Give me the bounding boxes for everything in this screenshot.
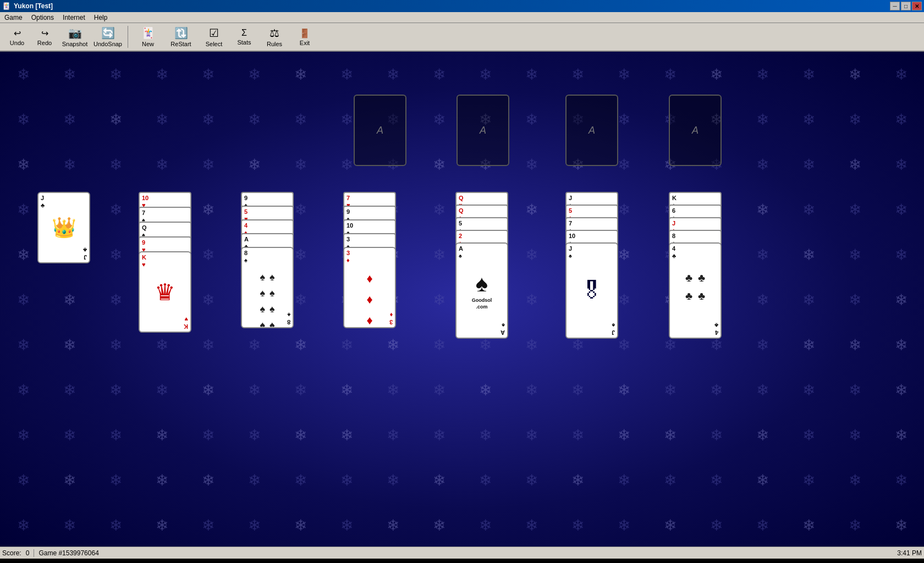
card-pips: ♠♠♠♠♠♠♠♠ (260, 272, 274, 328)
restart-button[interactable]: 🔃 ReStart (166, 24, 196, 49)
close-button[interactable]: ✕ (912, 2, 922, 10)
snowflake-cell: ❄ (647, 367, 693, 412)
snowflake-cell: ❄ (185, 322, 231, 367)
undo-button[interactable]: ↩ Undo (4, 24, 30, 49)
snowflake-cell: ❄ (277, 52, 323, 97)
stats-icon: Σ (241, 28, 247, 38)
redo-button[interactable]: ↪ Redo (32, 24, 57, 49)
snowflake-cell: ❄ (139, 367, 185, 412)
snowflake-cell: ❄ (832, 97, 878, 142)
game-area[interactable]: ❄❄❄❄❄❄❄❄❄❄❄❄❄❄❄❄❄❄❄❄❄❄❄❄❄❄❄❄❄❄❄❄❄❄❄❄❄❄❄❄… (0, 52, 924, 547)
card-8s-col3[interactable]: 8♠ ♠♠♠♠♠♠♠♠ 8♠ (241, 247, 294, 328)
snowflake-cell: ❄ (832, 187, 878, 232)
toolbar: ↩ Undo ↪ Redo 📷 Snapshot 🔄 UndoSnap 🃏 Ne… (0, 23, 924, 52)
foundation-slot-4[interactable] (669, 95, 722, 166)
snowflake-cell: ❄ (508, 503, 554, 547)
snowflake-cell: ❄ (508, 412, 554, 457)
card-rank-top: 4♣ (672, 245, 676, 260)
snowflake-cell: ❄ (185, 232, 231, 277)
card-rank-bottom: 4♣ (714, 322, 718, 336)
snowflake-cell: ❄ (508, 457, 554, 503)
snowflake-cell: ❄ (46, 52, 92, 97)
snowflake-cell: ❄ (601, 457, 647, 503)
card-pips: ♦♦♦ (366, 272, 372, 328)
snowflake-cell: ❄ (277, 142, 323, 187)
status-separator (34, 549, 34, 557)
menu-help[interactable]: Help (90, 13, 112, 23)
snapshot-label: Snapshot (62, 41, 87, 47)
snowflake-cell: ❄ (0, 457, 46, 503)
snowflake-cell: ❄ (739, 457, 785, 503)
card-jc[interactable]: J♣ 👑 J♣ (37, 192, 90, 263)
menu-internet[interactable]: Internet (58, 13, 90, 23)
snowflake-cell: ❄ (416, 503, 462, 547)
undosnap-icon: 🔄 (101, 26, 115, 40)
card-rank-top: 3♦ (346, 250, 350, 264)
foundation-slot-1[interactable] (354, 95, 406, 166)
menu-game[interactable]: Game (0, 13, 27, 23)
snowflake-cell: ❄ (139, 503, 185, 547)
undosnap-button[interactable]: 🔄 UndoSnap (92, 24, 123, 49)
snowflake-cell: ❄ (0, 52, 46, 97)
snowflake-cell: ❄ (832, 367, 878, 412)
snowflake-cell: ❄ (185, 412, 231, 457)
title-bar-controls: ─ □ ✕ (890, 2, 922, 10)
snapshot-button[interactable]: 📷 Snapshot (59, 24, 90, 49)
snowflake-cell: ❄ (416, 97, 462, 142)
snowflake-cell: ❄ (46, 457, 92, 503)
snowflake-cell: ❄ (139, 412, 185, 457)
exit-button[interactable]: 🚪 Exit (292, 24, 317, 49)
snowflake-cell: ❄ (878, 503, 924, 547)
snowflake-cell: ❄ (0, 367, 46, 412)
snowflake-cell: ❄ (462, 503, 508, 547)
stats-button[interactable]: Σ Stats (232, 24, 257, 49)
snowflake-cell: ❄ (0, 142, 46, 187)
snowflake-cell: ❄ (739, 97, 785, 142)
snowflake-cell: ❄ (785, 52, 832, 97)
snowflake-cell: ❄ (139, 457, 185, 503)
snowflake-cell: ❄ (185, 142, 231, 187)
card-4c[interactable]: 4♣ ♣♣♣♣ 4♣ (669, 242, 722, 339)
redo-label: Redo (37, 40, 52, 46)
new-label: New (142, 41, 154, 47)
snowflake-cell: ❄ (416, 457, 462, 503)
card-js-face[interactable]: J♠ 🎖 J♠ (565, 242, 618, 339)
snowflake-cell: ❄ (832, 277, 878, 322)
snowflake-cell: ❄ (878, 367, 924, 412)
restart-icon: 🔃 (174, 26, 188, 40)
card-rank-bottom: J♣ (83, 246, 87, 261)
snowflake-cell: ❄ (462, 367, 508, 412)
status-bar: Score: 0 Game #1539976064 3:41 PM (0, 547, 924, 559)
snowflake-cell: ❄ (231, 322, 277, 367)
snowflake-cell: ❄ (878, 187, 924, 232)
undo-icon: ↩ (14, 28, 21, 38)
snowflake-cell: ❄ (739, 187, 785, 232)
snowflake-cell: ❄ (739, 277, 785, 322)
snowflake-cell: ❄ (185, 457, 231, 503)
new-button[interactable]: 🃏 New (133, 24, 163, 49)
foundation-slot-2[interactable] (457, 95, 509, 166)
select-button[interactable]: ☑ Select (199, 24, 229, 49)
snowflake-cell: ❄ (185, 367, 231, 412)
card-as[interactable]: A♠ ♠ Goodsol.com A♠ (455, 242, 508, 339)
snowflake-cell: ❄ (46, 142, 92, 187)
maximize-button[interactable]: □ (901, 2, 911, 10)
menu-options[interactable]: Options (27, 13, 58, 23)
card-3d[interactable]: 3♦ ♦♦♦ 3♦ (343, 247, 396, 328)
snowflake-cell: ❄ (231, 367, 277, 412)
card-rank-bottom: 3♦ (389, 311, 393, 325)
snowflake-cell: ❄ (370, 322, 416, 367)
snowflake-cell: ❄ (878, 52, 924, 97)
snowflake-cell: ❄ (46, 503, 92, 547)
clock: 3:41 PM (897, 549, 922, 557)
foundation-slot-3[interactable] (565, 95, 618, 166)
card-kh[interactable]: K♥ ♛ K♥ (139, 251, 191, 333)
snowflake-cell: ❄ (554, 52, 601, 97)
select-label: Select (206, 41, 223, 47)
snowflake-cell: ❄ (693, 367, 739, 412)
rules-button[interactable]: ⚖ Rules (259, 24, 290, 49)
snowflake-cell: ❄ (323, 52, 370, 97)
rules-label: Rules (267, 41, 282, 47)
minimize-button[interactable]: ─ (890, 2, 900, 10)
snowflake-cell: ❄ (0, 503, 46, 547)
